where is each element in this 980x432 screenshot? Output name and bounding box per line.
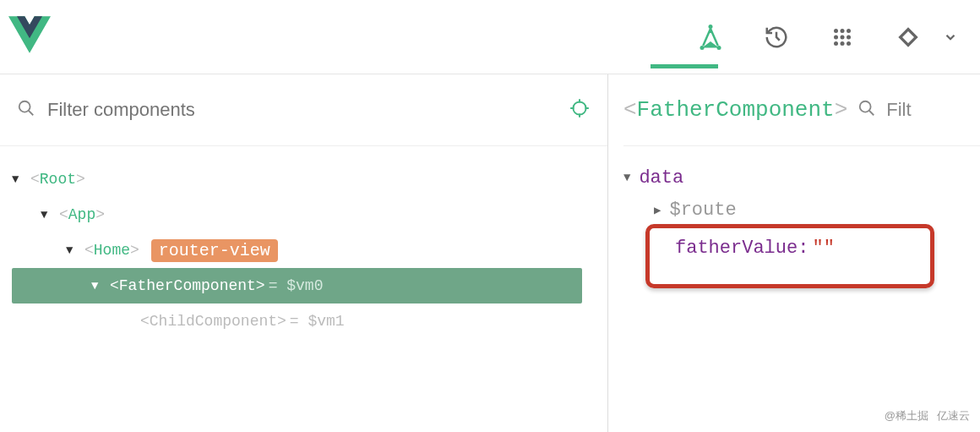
filter-inspector-input[interactable]: Filt bbox=[886, 99, 911, 121]
caret-icon[interactable]: ▼ bbox=[66, 243, 78, 257]
data-section: ▼ data ▶ $route fatherValue: "" bbox=[623, 146, 980, 288]
tree-item-home[interactable]: ▼ <Home> router-view bbox=[12, 232, 607, 268]
svg-point-14 bbox=[860, 101, 871, 112]
caret-icon[interactable]: ▼ bbox=[91, 279, 103, 293]
tree-item-father-component[interactable]: ▼ <FatherComponent> = $vm0 bbox=[12, 268, 582, 303]
caret-icon[interactable]: ▼ bbox=[12, 172, 24, 186]
active-tab-indicator bbox=[651, 64, 718, 68]
chevron-down-icon[interactable] bbox=[938, 25, 963, 50]
component-tree-panel: ▼ <Root> ▼ <App> ▼ <Home> router-view ▼ … bbox=[0, 74, 608, 432]
toolbar bbox=[698, 25, 963, 50]
svg-point-3 bbox=[834, 29, 838, 33]
header bbox=[0, 0, 980, 74]
svg-point-2 bbox=[717, 46, 721, 50]
caret-icon[interactable]: ▶ bbox=[654, 203, 661, 217]
inspector-header: <FatherComponent> Filt bbox=[623, 74, 980, 146]
vm-ref: = $vm1 bbox=[290, 313, 345, 330]
tree-item-child-component[interactable]: <ChildComponent> = $vm1 bbox=[12, 303, 607, 339]
highlighted-property: fatherValue: "" bbox=[645, 224, 934, 288]
svg-point-8 bbox=[847, 35, 851, 39]
vuex-tab-icon[interactable] bbox=[830, 25, 855, 50]
search-icon bbox=[17, 99, 35, 122]
tree-item-app[interactable]: ▼ <App> bbox=[12, 197, 607, 232]
svg-point-9 bbox=[834, 41, 838, 46]
filter-components-input[interactable] bbox=[47, 99, 557, 121]
svg-point-13 bbox=[573, 101, 585, 114]
main-panels: ▼ <Root> ▼ <App> ▼ <Home> router-view ▼ … bbox=[0, 74, 980, 432]
svg-point-0 bbox=[709, 25, 713, 29]
history-tab-icon[interactable] bbox=[764, 25, 789, 50]
caret-icon[interactable]: ▼ bbox=[623, 171, 630, 184]
vue-logo bbox=[8, 16, 51, 57]
component-tree: ▼ <Root> ▼ <App> ▼ <Home> router-view ▼ … bbox=[0, 146, 607, 339]
svg-point-12 bbox=[19, 101, 30, 112]
svg-point-1 bbox=[700, 46, 705, 50]
selected-component-name: <FatherComponent> bbox=[623, 97, 847, 123]
svg-point-11 bbox=[847, 41, 851, 46]
target-icon[interactable] bbox=[569, 97, 591, 123]
svg-point-4 bbox=[841, 29, 845, 33]
data-property-route[interactable]: ▶ $route bbox=[623, 194, 980, 226]
search-icon[interactable] bbox=[858, 99, 876, 122]
components-tab-icon[interactable] bbox=[698, 25, 723, 50]
data-property-fathervalue[interactable]: fatherValue: "" bbox=[675, 232, 917, 264]
filter-row bbox=[0, 74, 607, 146]
vm-ref: = $vm0 bbox=[269, 277, 324, 294]
data-section-header[interactable]: ▼ data bbox=[623, 161, 980, 194]
svg-point-7 bbox=[841, 35, 845, 39]
svg-point-10 bbox=[841, 41, 845, 46]
routes-tab-icon[interactable] bbox=[896, 25, 921, 50]
svg-point-6 bbox=[834, 35, 838, 39]
watermark: @稀土掘 亿速云 bbox=[885, 408, 970, 424]
inspector-panel: <FatherComponent> Filt ▼ data ▶ $route f… bbox=[608, 74, 980, 432]
svg-point-5 bbox=[847, 29, 851, 33]
router-view-badge: router-view bbox=[151, 239, 278, 262]
caret-icon[interactable]: ▼ bbox=[41, 208, 52, 221]
tree-item-root[interactable]: ▼ <Root> bbox=[12, 161, 607, 197]
